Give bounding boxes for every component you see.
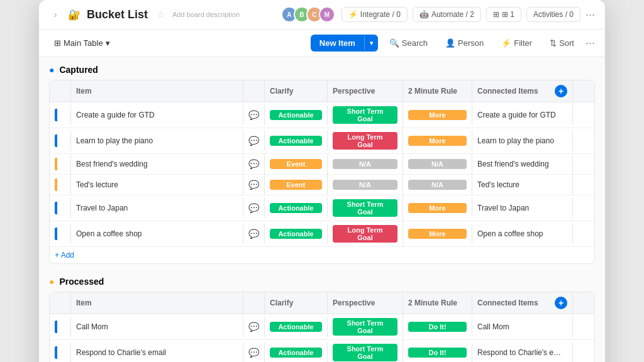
clarify-cell[interactable]: Actionable [265,198,328,218]
th-comment [243,292,265,314]
automate-button[interactable]: 🤖 Automate / 2 [413,7,481,22]
item-name[interactable]: Respond to Charlie's email [71,343,243,362]
board-title: Bucket List [87,8,148,21]
comment-icon[interactable]: 💬 [248,159,259,169]
item-name[interactable]: Open a coffee shop [71,224,243,244]
comment-icon[interactable]: 💬 [248,229,259,239]
th-connected: Connected Items + [472,80,573,102]
add-item-captured[interactable]: + Add [50,247,594,263]
comment-cell[interactable]: 💬 [243,175,265,195]
search-button[interactable]: 🔍 Search [383,35,434,51]
filter-button[interactable]: ⚡ Filter [495,35,538,51]
row-color-bar [50,198,71,218]
two-min-badge: Do It! [408,348,467,358]
views-button[interactable]: ⊞ ⊞ 1 [486,7,521,22]
integrate-button[interactable]: ⚡ Integrate / 0 [341,7,408,22]
clarify-cell[interactable]: Actionable [265,131,328,151]
toolbar-more-button[interactable]: ··· [586,36,595,50]
comment-icon[interactable]: 💬 [248,203,259,213]
perspective-cell[interactable]: N/A [328,175,403,195]
board-icon: 🔐 [68,9,80,21]
filter-label: Filter [514,38,532,48]
group-collapse-icon[interactable]: ● [49,65,54,75]
view-selector[interactable]: ⊞ Main Table ▾ [49,36,115,50]
clarify-cell[interactable]: Actionable [265,224,328,244]
item-name[interactable]: Ted's lecture [71,175,243,195]
view-label: Main Table [64,38,103,48]
comment-icon[interactable]: 💬 [248,110,259,120]
two-min-cell[interactable]: Do It! [403,343,472,362]
two-min-cell[interactable]: Do It! [403,317,472,337]
sort-button[interactable]: ⇅ Sort [543,35,580,51]
add-connected-col-button[interactable]: + [555,85,567,97]
perspective-badge: Short Term Goal [333,318,397,336]
new-item-button[interactable]: New Item ▾ [311,35,378,52]
perspective-cell[interactable]: Short Term Goal [328,314,403,339]
clarify-cell[interactable]: Event [265,175,328,195]
views-label: ⊞ 1 [502,10,514,19]
item-name[interactable]: Create a guide for GTD [71,105,243,125]
row-extra [573,343,594,362]
th-extra [573,292,594,314]
person-button[interactable]: 👤 Person [439,35,490,51]
activities-button[interactable]: Activities / 0 [526,7,580,22]
group-captured: ● Captured Item Clarify Perspective 2 Mi… [49,65,595,264]
clarify-cell[interactable]: Actionable [265,343,328,362]
comment-icon[interactable]: 💬 [248,180,259,190]
item-name[interactable]: Call Mom [71,317,243,337]
new-item-dropdown-arrow[interactable]: ▾ [364,36,378,50]
two-min-cell[interactable]: More [403,131,472,151]
row-color-bar [50,105,71,125]
header-more-button[interactable]: ··· [586,8,595,21]
group-collapse-icon[interactable]: ● [49,277,54,287]
item-name[interactable]: Best friend's wedding [71,154,243,174]
toolbar: ⊞ Main Table ▾ New Item ▾ 🔍 Search 👤 Per… [39,30,605,57]
item-name[interactable]: Travel to Japan [71,198,243,218]
comment-cell[interactable]: 💬 [243,131,265,151]
two-min-badge: More [408,110,467,120]
two-min-cell[interactable]: N/A [403,175,472,195]
th-perspective: Perspective [328,292,403,314]
connected-cell: Call Mom [472,317,573,337]
table-row: Travel to Japan 💬 Actionable Short Term … [50,195,594,221]
two-min-cell[interactable]: More [403,105,472,125]
perspective-cell[interactable]: N/A [328,154,403,174]
collapse-button[interactable]: › [49,8,62,21]
comment-icon[interactable]: 💬 [248,348,259,358]
perspective-cell[interactable]: Long Term Goal [328,128,403,153]
perspective-badge: Short Term Goal [333,199,397,217]
add-connected-col-button-processed[interactable]: + [555,297,567,309]
two-min-badge: Do It! [408,322,467,332]
comment-cell[interactable]: 💬 [243,198,265,218]
comment-cell[interactable]: 💬 [243,105,265,125]
perspective-cell[interactable]: Short Term Goal [328,102,403,128]
clarify-badge: Actionable [270,229,322,239]
board-description[interactable]: Add board description [172,11,240,18]
new-item-label: New Item [311,35,364,52]
comment-cell[interactable]: 💬 [243,154,265,174]
comment-icon[interactable]: 💬 [248,136,259,146]
two-min-cell[interactable]: N/A [403,154,472,174]
row-extra [573,175,594,195]
two-min-badge: More [408,136,467,146]
comment-cell[interactable]: 💬 [243,317,265,337]
clarify-cell[interactable]: Actionable [265,317,328,337]
view-chevron-icon: ▾ [106,38,110,48]
table-header-processed: Item Clarify Perspective 2 Minute Rule C… [50,292,594,314]
two-min-cell[interactable]: More [403,224,472,244]
clarify-cell[interactable]: Actionable [265,105,328,125]
clarify-badge: Event [270,159,322,169]
star-icon[interactable]: ☆ [157,9,165,19]
comment-cell[interactable]: 💬 [243,224,265,244]
two-min-cell[interactable]: More [403,198,472,218]
clarify-cell[interactable]: Event [265,154,328,174]
perspective-cell[interactable]: Short Term Goal [328,195,403,221]
comment-icon[interactable]: 💬 [248,322,259,332]
th-two-min: 2 Minute Rule [403,292,472,314]
header-actions: ⚡ Integrate / 0 🤖 Automate / 2 ⊞ ⊞ 1 Act… [341,7,595,22]
perspective-cell[interactable]: Short Term Goal [328,340,403,362]
perspective-cell[interactable]: Long Term Goal [328,221,403,246]
two-min-badge: N/A [408,159,467,169]
comment-cell[interactable]: 💬 [243,343,265,362]
item-name[interactable]: Learn to play the piano [71,131,243,151]
